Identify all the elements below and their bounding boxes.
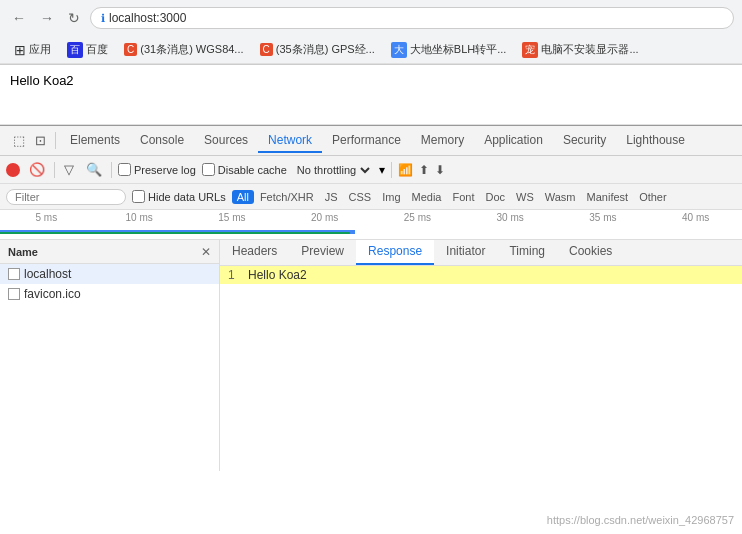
file-checkbox-favicon [8,288,20,300]
detail-tab-response[interactable]: Response [356,240,434,265]
timeline-label-10ms: 10 ms [93,212,186,224]
back-button[interactable]: ← [8,8,30,28]
devtools-main: Name ✕ localhost favicon.ico Headers Pre… [0,240,742,471]
page-content: Hello Koa2 [0,65,742,125]
filter-all[interactable]: All [232,190,254,204]
search-button[interactable]: 🔍 [83,161,105,178]
hide-data-urls-text: Hide data URLs [148,191,226,203]
preserve-log-checkbox[interactable] [118,163,131,176]
filter-row: Hide data URLs All Fetch/XHR JS CSS Img … [0,184,742,210]
blh-icon: 大 [391,42,407,58]
bookmark-display[interactable]: 宠 电脑不安装显示器... [516,40,644,60]
timeline-bar-green [0,232,350,234]
tab-memory[interactable]: Memory [411,129,474,153]
timeline-label-35ms: 35 ms [557,212,650,224]
page-hello-text: Hello Koa2 [10,73,74,88]
disable-cache-checkbox[interactable] [202,163,215,176]
address-bar[interactable]: ℹ localhost:3000 [90,7,734,29]
gps-label: (35条消息) GPS经... [276,42,375,57]
display-icon: 宠 [522,42,538,58]
detail-tab-cookies[interactable]: Cookies [557,240,624,265]
timeline-label-20ms: 20 ms [278,212,371,224]
record-button[interactable] [6,163,20,177]
bookmark-gps[interactable]: C (35条消息) GPS经... [254,40,381,59]
file-name-localhost: localhost [24,267,71,281]
inspect-element-button[interactable]: ⬚ [10,132,28,149]
disable-cache-checkbox-label[interactable]: Disable cache [202,163,287,176]
filter-media[interactable]: Media [407,190,447,204]
detail-tab-preview[interactable]: Preview [289,240,356,265]
tab-security[interactable]: Security [553,129,616,153]
filter-ws[interactable]: WS [511,190,539,204]
upload-icon-button[interactable]: ⬆ [419,163,429,177]
wifi-icon-button[interactable]: 📶 [398,163,413,177]
tab-performance[interactable]: Performance [322,129,411,153]
bookmark-baidu[interactable]: 百 百度 [61,40,114,60]
detail-tabs: Headers Preview Response Initiator Timin… [220,240,742,266]
filter-input[interactable] [6,189,126,205]
tab-elements[interactable]: Elements [60,129,130,153]
file-checkbox-localhost [8,268,20,280]
tab-console[interactable]: Console [130,129,194,153]
files-close-button[interactable]: ✕ [201,245,211,259]
timeline-label-15ms: 15 ms [186,212,279,224]
blh-label: 大地坐标BLH转平... [410,42,507,57]
timeline: 5 ms 10 ms 15 ms 20 ms 25 ms 30 ms 35 ms… [0,210,742,240]
throttle-chevron-icon: ▾ [379,163,385,177]
hide-data-urls-label[interactable]: Hide data URLs [132,190,226,203]
watermark-text: https://blog.csdn.net/weixin_42968757 [547,514,734,526]
filter-wasm[interactable]: Wasm [540,190,581,204]
preserve-log-checkbox-label[interactable]: Preserve log [118,163,196,176]
gps-icon: C [260,43,273,56]
preserve-log-label: Preserve log [134,164,196,176]
forward-button[interactable]: → [36,8,58,28]
bookmark-blh[interactable]: 大 大地坐标BLH转平... [385,40,513,60]
filter-img[interactable]: Img [377,190,405,204]
refresh-button[interactable]: ↻ [64,8,84,28]
detail-tab-initiator[interactable]: Initiator [434,240,497,265]
apps-label: 应用 [29,42,51,57]
response-content: Hello Koa2 [248,268,307,282]
filter-js[interactable]: JS [320,190,343,204]
filter-font[interactable]: Font [447,190,479,204]
response-row-1: 1 Hello Koa2 [220,266,742,284]
device-toggle-button[interactable]: ⊡ [32,132,49,149]
filter-doc[interactable]: Doc [480,190,510,204]
throttle-select[interactable]: No throttling [293,163,373,177]
bookmark-wgs84[interactable]: C (31条消息) WGS84... [118,40,250,59]
apps-shortcut[interactable]: ⊞ 应用 [8,40,57,60]
tab-application[interactable]: Application [474,129,553,153]
tab-network[interactable]: Network [258,129,322,153]
hide-data-urls-checkbox[interactable] [132,190,145,203]
toolbar-divider-1 [54,162,55,178]
timeline-label-25ms: 25 ms [371,212,464,224]
wgs84-icon: C [124,43,137,56]
timeline-label-40ms: 40 ms [649,212,742,224]
filter-fetch-xhr[interactable]: Fetch/XHR [255,190,319,204]
network-toolbar: 🚫 ▽ 🔍 Preserve log Disable cache No thro… [0,156,742,184]
download-icon-button[interactable]: ⬇ [435,163,445,177]
tab-sources[interactable]: Sources [194,129,258,153]
devtools-left-icons: ⬚ ⊡ [4,132,56,149]
timeline-label-30ms: 30 ms [464,212,557,224]
files-panel: Name ✕ localhost favicon.ico [0,240,220,471]
file-row-favicon[interactable]: favicon.ico [0,284,219,304]
devtools-panel: ⬚ ⊡ Elements Console Sources Network Per… [0,125,742,471]
baidu-label: 百度 [86,42,108,57]
filter-icon-button[interactable]: ▽ [61,161,77,178]
devtools-tabs: ⬚ ⊡ Elements Console Sources Network Per… [0,126,742,156]
filter-other[interactable]: Other [634,190,672,204]
filter-manifest[interactable]: Manifest [582,190,634,204]
lock-icon: ℹ [101,12,105,25]
tab-lighthouse[interactable]: Lighthouse [616,129,695,153]
address-text: localhost:3000 [109,11,186,25]
detail-tab-timing[interactable]: Timing [497,240,557,265]
clear-button[interactable]: 🚫 [26,161,48,178]
detail-tab-headers[interactable]: Headers [220,240,289,265]
file-name-favicon: favicon.ico [24,287,81,301]
timeline-label-5ms: 5 ms [0,212,93,224]
toolbar-divider-3 [391,162,392,178]
file-row-localhost[interactable]: localhost [0,264,219,284]
filter-css[interactable]: CSS [344,190,377,204]
display-label: 电脑不安装显示器... [541,42,638,57]
